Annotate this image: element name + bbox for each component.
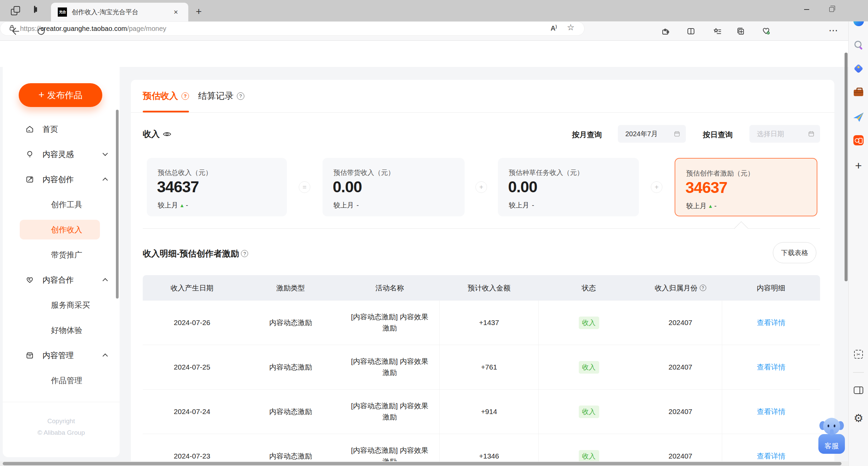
sidebar-item-content-management[interactable]: 内容管理 — [3, 343, 120, 368]
sidebar-item-creation-income[interactable]: 创作收入 — [3, 217, 120, 242]
sidebar-item-home[interactable]: 首页 — [3, 116, 120, 142]
publish-work-label: 发布作品 — [47, 89, 83, 101]
plus-icon: + — [38, 89, 45, 101]
col-content-detail: 内容明细 — [722, 283, 820, 293]
status-badge: 收入 — [579, 317, 599, 329]
tab-actions-icon[interactable] — [34, 6, 35, 13]
sidebar-scrollbar[interactable] — [116, 110, 119, 299]
month-query-label: 按月查询 — [572, 130, 602, 140]
help-icon[interactable]: ? — [241, 250, 248, 257]
tab-estimated-income[interactable]: 预估收入 ? — [143, 90, 189, 102]
view-detail-link[interactable]: 查看详情 — [757, 318, 785, 327]
customer-support-widget[interactable]: 客服 — [818, 417, 846, 454]
card-creator-incentive[interactable]: 预估创作者激励（元） 34637 较上月▲- — [675, 158, 817, 216]
tools-icon[interactable] — [849, 90, 868, 96]
help-icon[interactable]: ? — [237, 92, 244, 100]
main-content-panel: 预估收入 ? 结算记录 ? 收入 按月查询 2024年7月 按日查询 选择日期 … — [131, 80, 834, 466]
calendar-icon — [808, 130, 815, 137]
sidebar-item-work-management[interactable]: 作品管理 — [3, 368, 120, 393]
table-row: 2024-07-25 内容动态激励 [内容动态激励] 内容效果激励 +761 收… — [143, 345, 820, 390]
status-badge: 收入 — [579, 450, 599, 463]
heart-hands-icon — [25, 275, 34, 285]
tabs-divider — [131, 112, 834, 113]
sidebar-item-creation-tools[interactable]: 创作工具 — [3, 192, 120, 217]
eye-icon[interactable] — [162, 131, 172, 138]
edit-icon — [25, 175, 34, 184]
search-icon[interactable] — [849, 40, 868, 50]
refresh-icon[interactable] — [36, 26, 46, 38]
support-mascot-icon — [821, 417, 842, 436]
sidebar-item-product-trial[interactable]: 好物体验 — [3, 318, 120, 343]
window-restore-button[interactable] — [820, 0, 844, 19]
help-icon[interactable]: ? — [700, 285, 706, 291]
url-bar[interactable]: https://creator.guanghe.taobao.com/page/… — [0, 21, 585, 36]
rail-divider — [853, 372, 864, 373]
chevron-up-icon — [103, 278, 108, 284]
equals-operator: = — [299, 181, 310, 193]
drop-send-icon[interactable] — [849, 112, 868, 122]
settings-gear-icon[interactable]: ⚙ — [849, 412, 868, 425]
table-header-row: 收入产生日期 激励类型 活动名称 预计收入金额 状态 收入归属月份? 内容明细 — [143, 275, 820, 301]
kuaishou-icon[interactable] — [849, 135, 868, 145]
split-screen-icon[interactable] — [686, 26, 696, 37]
archive-box-icon — [25, 351, 34, 360]
back-icon[interactable] — [10, 26, 20, 38]
browser-essentials-icon[interactable] — [761, 26, 771, 37]
screenshot-icon[interactable]: ✂ — [849, 350, 868, 359]
home-icon — [25, 125, 34, 134]
shopping-icon[interactable] — [849, 65, 868, 72]
tab-close-icon[interactable]: × — [174, 8, 178, 16]
month-picker-input[interactable]: 2024年7月 — [618, 125, 686, 143]
sidebar-item-cooperation[interactable]: 内容合作 — [3, 267, 120, 292]
table-row: 2024-07-26 内容动态激励 [内容动态激励] 内容效果激励 +1437 … — [143, 301, 820, 345]
col-activity-name: 活动名称 — [340, 283, 439, 293]
edge-rail-top-strip — [848, 0, 868, 21]
window-minimize-button[interactable] — [795, 0, 818, 19]
card-commerce-income: 预估带货收入（元） 0.00 较上月- — [323, 158, 465, 216]
site-favicon: 光合 — [58, 7, 67, 17]
plus-operator: + — [651, 181, 662, 193]
add-sidebar-app-icon[interactable]: + — [849, 159, 868, 172]
sidebar-item-service-purchase[interactable]: 服务商采买 — [3, 292, 120, 318]
trend-up-icon: ▲ — [179, 202, 185, 208]
tab-settlement-records[interactable]: 结算记录 ? — [198, 90, 244, 102]
favorites-list-icon[interactable] — [713, 26, 722, 37]
sidebar-item-inspiration[interactable]: 内容灵感 — [3, 142, 120, 167]
read-aloud-icon[interactable]: A) — [551, 24, 557, 32]
income-section-title: 收入 — [143, 128, 172, 140]
page-vertical-scrollbar[interactable] — [845, 53, 848, 281]
download-table-button[interactable]: 下载表格 — [773, 242, 816, 263]
day-picker-input[interactable]: 选择日期 — [749, 125, 820, 143]
status-badge: 收入 — [579, 361, 599, 374]
income-detail-title: 收入明细-预估创作者激励 ? — [143, 248, 248, 259]
col-date: 收入产生日期 — [143, 283, 241, 293]
chevron-up-icon — [103, 354, 108, 359]
view-detail-link[interactable]: 查看详情 — [757, 451, 785, 461]
sidebar-toggle-icon[interactable] — [849, 387, 868, 394]
extensions-icon[interactable] — [661, 26, 670, 37]
sidebar-item-commerce-promo[interactable]: 带货推广 — [3, 242, 120, 267]
new-tab-button[interactable]: + — [196, 6, 202, 17]
browser-tab[interactable]: 光合 创作收入-淘宝光合平台 × — [51, 3, 188, 21]
sidebar-footer-divider — [3, 402, 120, 402]
collections-icon[interactable] — [736, 26, 745, 37]
sidebar-item-creation[interactable]: 内容创作 — [3, 167, 120, 192]
view-detail-link[interactable]: 查看详情 — [757, 407, 785, 416]
tab-title: 创作收入-淘宝光合平台 — [72, 8, 163, 17]
settings-more-icon[interactable]: ⋯ — [829, 25, 838, 36]
edge-sidebar: + ✂ ⚙ — [848, 0, 868, 466]
table-row: 2024-07-24 内容动态激励 [内容动态激励] 内容效果激励 +914 收… — [143, 390, 820, 434]
col-amount: 预计收入金额 — [439, 283, 539, 293]
chevron-down-icon — [103, 151, 108, 156]
support-button[interactable]: 客服 — [818, 434, 845, 454]
site-header: 淘宝·光合平台 消息 创作者服务 — [0, 41, 848, 67]
selected-card-notch — [734, 221, 748, 236]
lightbulb-icon — [25, 150, 34, 159]
page-horizontal-scrollbar[interactable] — [3, 462, 841, 465]
favorite-star-icon[interactable]: ☆ — [567, 22, 574, 32]
publish-work-button[interactable]: + 发布作品 — [19, 83, 102, 107]
browser-titlebar: 光合 创作收入-淘宝光合平台 × + × — [0, 0, 868, 21]
sidebar-nav: 首页 内容灵感 内容创作 创作工具 创作收入 带货推广 — [3, 116, 120, 393]
view-detail-link[interactable]: 查看详情 — [757, 362, 785, 372]
help-icon[interactable]: ? — [181, 92, 189, 100]
